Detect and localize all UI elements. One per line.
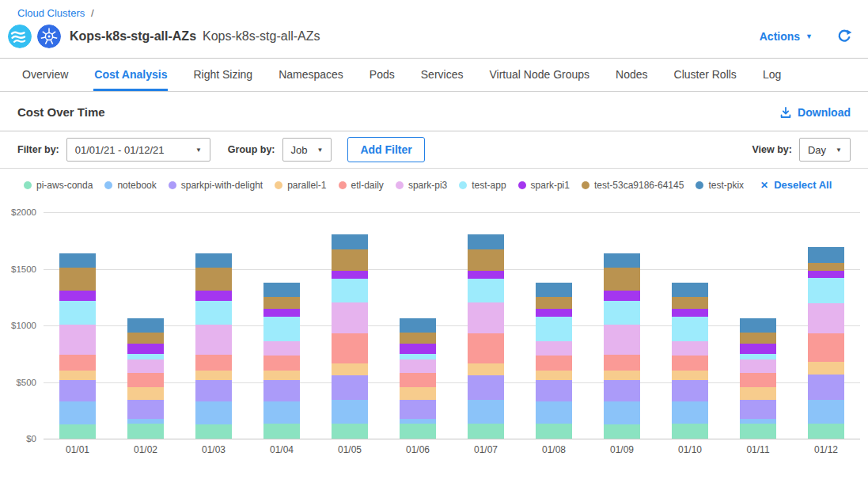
bar-segment-sparkpi-with-delight[interactable] [400, 400, 436, 419]
bar-segment-test-53ca9186-64145[interactable] [332, 249, 368, 272]
chart-bar-01-01[interactable] [59, 253, 96, 439]
bar-segment-test-pkix[interactable] [536, 283, 572, 298]
legend-item-parallel-1[interactable]: parallel-1 [275, 180, 326, 191]
bar-segment-etl-daily[interactable] [59, 355, 96, 371]
bar-segment-spark-pi1[interactable] [808, 271, 844, 278]
add-filter-button[interactable]: Add Filter [347, 137, 424, 162]
actions-button[interactable]: Actions ▼ [760, 30, 813, 43]
bar-segment-test-53ca9186-64145[interactable] [127, 333, 164, 344]
bar-segment-pi-aws-conda[interactable] [604, 424, 640, 439]
bar-segment-etl-daily[interactable] [195, 355, 232, 371]
bar-segment-spark-pi3[interactable] [263, 341, 300, 356]
bar-segment-etl-daily[interactable] [127, 373, 164, 387]
date-range-select[interactable]: 01/01/21 - 01/12/21 ▼ [66, 138, 210, 162]
bar-segment-test-pkix[interactable] [740, 318, 776, 333]
download-button[interactable]: Download [779, 106, 851, 119]
chart-bar-01-12[interactable] [808, 247, 844, 439]
bar-segment-pi-aws-conda[interactable] [195, 424, 232, 439]
bar-segment-notebook[interactable] [808, 400, 844, 424]
bar-segment-test-app[interactable] [400, 354, 436, 359]
bar-segment-test-app[interactable] [672, 317, 708, 341]
legend-item-spark-pi3[interactable]: spark-pi3 [396, 180, 447, 191]
bar-segment-notebook[interactable] [59, 401, 96, 424]
bar-segment-notebook[interactable] [672, 401, 708, 424]
bar-segment-test-pkix[interactable] [808, 247, 844, 263]
bar-segment-pi-aws-conda[interactable] [808, 424, 844, 439]
bar-segment-spark-pi1[interactable] [195, 291, 232, 301]
bar-segment-spark-pi3[interactable] [536, 341, 572, 356]
bar-segment-test-53ca9186-64145[interactable] [808, 263, 844, 271]
bar-segment-spark-pi3[interactable] [808, 303, 844, 333]
bar-segment-etl-daily[interactable] [263, 356, 300, 371]
bar-segment-test-pkix[interactable] [263, 283, 300, 298]
legend-item-test-app[interactable]: test-app [459, 180, 506, 191]
bar-segment-test-app[interactable] [808, 278, 844, 303]
tab-overview[interactable]: Overview [21, 59, 69, 91]
bar-segment-test-app[interactable] [740, 354, 776, 359]
bar-segment-sparkpi-with-delight[interactable] [604, 380, 640, 401]
bar-segment-pi-aws-conda[interactable] [263, 424, 300, 439]
bar-segment-spark-pi3[interactable] [468, 302, 504, 333]
bar-segment-pi-aws-conda[interactable] [332, 424, 368, 439]
bar-segment-test-pkix[interactable] [400, 318, 436, 333]
bar-segment-notebook[interactable] [263, 401, 300, 424]
legend-item-test-53ca9186-64145[interactable]: test-53ca9186-64145 [582, 180, 684, 191]
bar-segment-spark-pi1[interactable] [536, 309, 572, 317]
bar-segment-parallel-1[interactable] [332, 363, 368, 375]
chart-bar-01-05[interactable] [332, 234, 368, 439]
bar-segment-test-pkix[interactable] [195, 253, 232, 268]
bar-segment-spark-pi1[interactable] [263, 309, 300, 317]
chart-bar-01-08[interactable] [536, 283, 572, 439]
bar-segment-notebook[interactable] [536, 401, 572, 424]
legend-item-sparkpi-with-delight[interactable]: sparkpi-with-delight [169, 180, 263, 191]
bar-segment-etl-daily[interactable] [536, 356, 572, 371]
bar-segment-notebook[interactable] [195, 401, 232, 424]
bar-segment-pi-aws-conda[interactable] [672, 424, 708, 439]
bar-segment-test-pkix[interactable] [604, 253, 640, 268]
bar-segment-spark-pi1[interactable] [468, 271, 504, 279]
chart-bar-01-07[interactable] [468, 234, 504, 439]
bar-segment-spark-pi1[interactable] [59, 291, 96, 301]
bar-segment-test-53ca9186-64145[interactable] [263, 297, 300, 308]
bar-segment-test-pkix[interactable] [672, 283, 708, 298]
bar-segment-notebook[interactable] [468, 400, 504, 424]
bar-segment-spark-pi3[interactable] [332, 302, 368, 333]
bar-segment-test-app[interactable] [604, 301, 640, 325]
tab-virtual-node-groups[interactable]: Virtual Node Groups [488, 59, 590, 91]
bar-segment-test-53ca9186-64145[interactable] [672, 297, 708, 308]
bar-segment-spark-pi1[interactable] [604, 291, 640, 301]
bar-segment-spark-pi3[interactable] [195, 325, 232, 356]
chart-bar-01-09[interactable] [604, 253, 640, 439]
bar-segment-etl-daily[interactable] [740, 373, 776, 387]
bar-segment-notebook[interactable] [604, 401, 640, 424]
bar-segment-pi-aws-conda[interactable] [468, 424, 504, 439]
bar-segment-test-53ca9186-64145[interactable] [536, 297, 572, 308]
bar-segment-sparkpi-with-delight[interactable] [536, 380, 572, 401]
tab-cluster-rolls[interactable]: Cluster Rolls [673, 59, 737, 91]
bar-segment-sparkpi-with-delight[interactable] [127, 400, 164, 419]
legend-item-notebook[interactable]: notebook [104, 180, 156, 191]
tab-services[interactable]: Services [420, 59, 464, 91]
bar-segment-sparkpi-with-delight[interactable] [740, 400, 776, 419]
bar-segment-etl-daily[interactable] [808, 333, 844, 362]
bar-segment-test-53ca9186-64145[interactable] [400, 333, 436, 344]
bar-segment-parallel-1[interactable] [195, 371, 232, 380]
bar-segment-parallel-1[interactable] [808, 362, 844, 375]
tab-pods[interactable]: Pods [369, 59, 396, 91]
bar-segment-parallel-1[interactable] [127, 387, 164, 400]
bar-segment-spark-pi3[interactable] [59, 325, 96, 356]
bar-segment-etl-daily[interactable] [672, 356, 708, 371]
deselect-all[interactable]: ✕ Deselect All [760, 179, 832, 191]
bar-segment-etl-daily[interactable] [468, 333, 504, 363]
bar-segment-etl-daily[interactable] [604, 355, 640, 371]
chart-bar-01-02[interactable] [127, 318, 164, 439]
bar-segment-test-pkix[interactable] [127, 318, 164, 333]
bar-segment-sparkpi-with-delight[interactable] [263, 380, 300, 401]
group-by-select[interactable]: Job ▼ [282, 138, 332, 162]
bar-segment-parallel-1[interactable] [59, 371, 96, 380]
bar-segment-sparkpi-with-delight[interactable] [808, 375, 844, 401]
bar-segment-sparkpi-with-delight[interactable] [672, 380, 708, 401]
bar-segment-test-53ca9186-64145[interactable] [468, 249, 504, 272]
bar-segment-test-app[interactable] [195, 301, 232, 325]
bar-segment-parallel-1[interactable] [468, 363, 504, 375]
